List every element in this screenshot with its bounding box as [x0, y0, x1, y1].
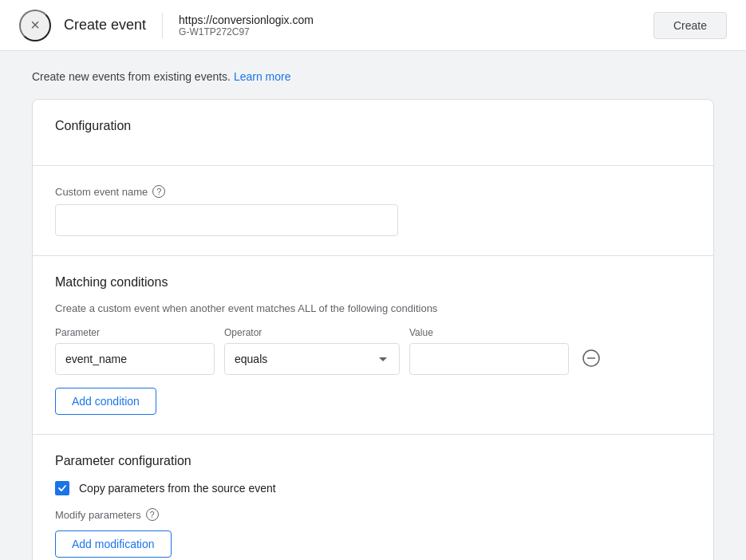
header-divider: [162, 13, 163, 38]
parameter-configuration-title: Parameter configuration: [55, 454, 691, 468]
parameter-input[interactable]: [55, 343, 215, 375]
header: × Create event https://conversionlogix.c…: [0, 0, 746, 51]
value-label: Value: [409, 327, 569, 338]
value-column: Value: [409, 327, 569, 375]
custom-event-name-help-icon[interactable]: ?: [152, 185, 165, 198]
condition-row: Parameter Operator equals contains start…: [55, 327, 691, 375]
site-id: G-W1TP272C97: [179, 26, 314, 37]
operator-label: Operator: [224, 327, 400, 338]
remove-icon: [582, 349, 601, 368]
parameter-column: Parameter: [55, 327, 215, 375]
create-button[interactable]: Create: [653, 12, 727, 39]
copy-parameters-label: Copy parameters from the source event: [79, 482, 276, 495]
configuration-title: Configuration: [55, 119, 691, 133]
close-button[interactable]: ×: [19, 10, 51, 41]
matching-conditions-description: Create a custom event when another event…: [55, 302, 691, 314]
custom-event-name-section: Custom event name ?: [33, 166, 713, 256]
add-modification-button[interactable]: Add modification: [55, 530, 172, 558]
learn-more-link[interactable]: Learn more: [234, 70, 291, 83]
copy-parameters-row: Copy parameters from the source event: [55, 481, 691, 495]
value-input[interactable]: [409, 343, 569, 375]
info-text: Create new events from existing events.: [32, 70, 231, 83]
modify-parameters-label: Modify parameters ?: [55, 508, 691, 521]
info-bar: Create new events from existing events. …: [32, 70, 714, 83]
main-content: Create new events from existing events. …: [0, 51, 746, 560]
custom-event-name-input[interactable]: [55, 204, 398, 236]
modify-parameters-help-icon[interactable]: ?: [146, 508, 159, 521]
configuration-card: Configuration Custom event name ? Matchi…: [32, 99, 714, 560]
page-title: Create event: [64, 17, 146, 34]
site-url: https://conversionlogix.com: [179, 14, 314, 26]
operator-select[interactable]: equals contains starts with ends with do…: [224, 343, 400, 375]
operator-column: Operator equals contains starts with end…: [224, 327, 400, 375]
site-info: https://conversionlogix.com G-W1TP272C97: [179, 14, 314, 37]
add-condition-button[interactable]: Add condition: [55, 388, 156, 415]
checkmark-icon: [57, 483, 67, 493]
matching-conditions-title: Matching conditions: [55, 275, 691, 290]
matching-conditions-section: Matching conditions Create a custom even…: [33, 256, 713, 435]
remove-condition-button[interactable]: [578, 345, 604, 371]
parameter-configuration-section: Parameter configuration Copy parameters …: [33, 435, 713, 560]
configuration-header-section: Configuration: [33, 100, 713, 166]
custom-event-name-label: Custom event name ?: [55, 185, 691, 198]
copy-parameters-checkbox[interactable]: [55, 481, 69, 495]
parameter-label: Parameter: [55, 327, 215, 338]
